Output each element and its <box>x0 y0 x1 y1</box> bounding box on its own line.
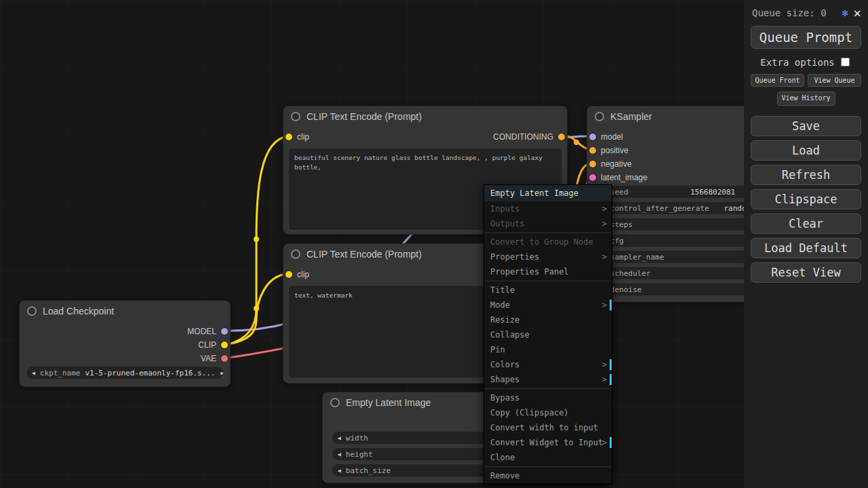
model-port-icon[interactable] <box>221 328 228 335</box>
submenu-accent-bar <box>610 374 612 385</box>
submenu-arrow-icon: > <box>602 204 607 214</box>
clipspace-button[interactable]: Clipspace <box>751 189 861 209</box>
conditioning-port-icon[interactable] <box>558 134 565 140</box>
input-clip[interactable]: clip <box>285 268 309 281</box>
menu-separator <box>485 281 611 281</box>
menu-separator <box>485 466 611 467</box>
node-title: CLIP Text Encode (Prompt) <box>307 249 422 260</box>
load-default-button[interactable]: Load Default <box>751 238 861 258</box>
menu-item-outputs: Outputs > <box>484 216 612 231</box>
ckpt-name-widget[interactable]: ◀ ckpt_name v1-5-pruned-emaonly-fp16.s..… <box>26 367 223 379</box>
clip-port-icon[interactable] <box>221 342 228 348</box>
comfy-menu-panel: Queue size: 0 ✻ × Queue Prompt Extra opt… <box>744 0 868 488</box>
menu-item-copy-clipspace[interactable]: Copy (Clipspace) <box>484 405 612 420</box>
prev-arrow-icon[interactable]: ◀ <box>338 451 341 458</box>
node-load-checkpoint[interactable]: Load Checkpoint MODEL CLIP VAE ◀ ckpt_na… <box>19 300 231 387</box>
prev-arrow-icon[interactable]: ◀ <box>338 435 341 441</box>
input-model[interactable]: model <box>589 130 623 144</box>
node-context-menu: Empty Latent Image Inputs > Outputs > Co… <box>484 184 612 484</box>
submenu-arrow-icon: > <box>602 360 607 369</box>
submenu-arrow-icon: > <box>602 375 607 384</box>
node-editor-canvas[interactable]: Load Checkpoint MODEL CLIP VAE ◀ ckpt_na… <box>0 0 868 488</box>
menu-item-bypass[interactable]: Bypass <box>484 390 612 405</box>
submenu-accent-bar <box>610 437 612 448</box>
node-header[interactable]: Load Checkpoint <box>20 301 230 321</box>
node-title: KSampler <box>610 111 652 122</box>
settings-gear-icon[interactable]: ✻ <box>842 7 848 19</box>
view-history-button[interactable]: View History <box>777 92 835 106</box>
input-latent-image[interactable]: latent_image <box>589 171 648 184</box>
output-clip[interactable]: CLIP <box>198 338 228 352</box>
save-button[interactable]: Save <box>751 116 861 136</box>
menu-item-clone[interactable]: Clone <box>484 450 612 465</box>
submenu-arrow-icon: > <box>602 438 607 447</box>
conditioning-port-icon[interactable] <box>589 147 596 154</box>
collapse-dot-icon[interactable] <box>291 112 300 121</box>
link-dot <box>254 306 259 311</box>
extra-options-checkbox[interactable] <box>841 58 850 66</box>
node-title: CLIP Text Encode (Prompt) <box>307 111 422 122</box>
next-arrow-icon[interactable]: ▶ <box>221 370 224 376</box>
submenu-accent-bar <box>610 300 612 310</box>
clear-button[interactable]: Clear <box>751 214 861 234</box>
menu-item-title[interactable]: Title <box>484 283 612 298</box>
latent-port-icon[interactable] <box>589 174 596 181</box>
extra-options-label: Extra options <box>760 57 835 68</box>
menu-item-remove[interactable]: Remove <box>484 468 612 483</box>
menu-item-convert-widget-to-input[interactable]: Convert Widget to Input > <box>484 435 612 450</box>
collapse-dot-icon[interactable] <box>330 398 340 407</box>
menu-item-colors[interactable]: Colors > <box>484 357 612 372</box>
output-model[interactable]: MODEL <box>187 325 228 338</box>
vae-port-icon[interactable] <box>221 355 228 362</box>
clip-port-icon[interactable] <box>285 271 292 278</box>
collapse-dot-icon[interactable] <box>291 249 300 259</box>
view-queue-button[interactable]: View Queue <box>808 74 861 87</box>
menu-separator <box>485 388 611 389</box>
conditioning-port-icon[interactable] <box>589 161 596 167</box>
menu-separator <box>485 232 611 233</box>
link-dot <box>254 237 259 242</box>
prev-arrow-icon[interactable]: ◀ <box>32 370 35 376</box>
load-button[interactable]: Load <box>751 140 861 161</box>
menu-item-inputs: Inputs > <box>484 201 612 216</box>
input-clip[interactable]: clip <box>285 130 309 144</box>
menu-item-pin[interactable]: Pin <box>484 342 612 357</box>
menu-item-properties[interactable]: Properties > <box>484 249 612 264</box>
prev-arrow-icon[interactable]: ◀ <box>338 468 341 474</box>
output-conditioning[interactable]: CONDITIONING <box>493 130 565 144</box>
refresh-button[interactable]: Refresh <box>751 165 861 185</box>
close-icon[interactable]: × <box>854 8 861 18</box>
model-port-icon[interactable] <box>589 134 596 140</box>
node-title: Load Checkpoint <box>43 306 114 317</box>
node-header[interactable]: CLIP Text Encode (Prompt) <box>283 106 567 127</box>
submenu-arrow-icon: > <box>602 252 607 262</box>
collapse-dot-icon[interactable] <box>595 112 604 121</box>
input-negative[interactable]: negative <box>589 157 631 171</box>
submenu-arrow-icon: > <box>602 219 607 228</box>
node-title: Empty Latent Image <box>346 397 431 408</box>
menu-item-mode[interactable]: Mode > <box>484 298 612 312</box>
menu-item-convert-to-group-node: Convert to Group Node <box>484 235 612 249</box>
clip-port-icon[interactable] <box>285 134 292 140</box>
menu-item-convert-width-to-input[interactable]: Convert width to input <box>484 420 612 435</box>
context-menu-title: Empty Latent Image <box>484 185 612 201</box>
menu-item-resize[interactable]: Resize <box>484 312 612 327</box>
menu-item-shapes[interactable]: Shapes > <box>484 372 612 387</box>
queue-prompt-button[interactable]: Queue Prompt <box>751 26 861 49</box>
submenu-accent-bar <box>610 359 612 370</box>
menu-item-properties-panel[interactable]: Properties Panel <box>484 264 612 279</box>
submenu-arrow-icon: > <box>602 300 607 310</box>
input-positive[interactable]: positive <box>589 144 629 157</box>
queue-size-label: Queue size: 0 <box>752 7 837 18</box>
menu-item-collapse[interactable]: Collapse <box>484 327 612 342</box>
reset-view-button[interactable]: Reset View <box>751 262 861 283</box>
link-dot <box>574 140 579 145</box>
queue-front-button[interactable]: Queue Front <box>751 74 804 87</box>
collapse-dot-icon[interactable] <box>27 306 37 316</box>
output-vae[interactable]: VAE <box>201 352 228 365</box>
